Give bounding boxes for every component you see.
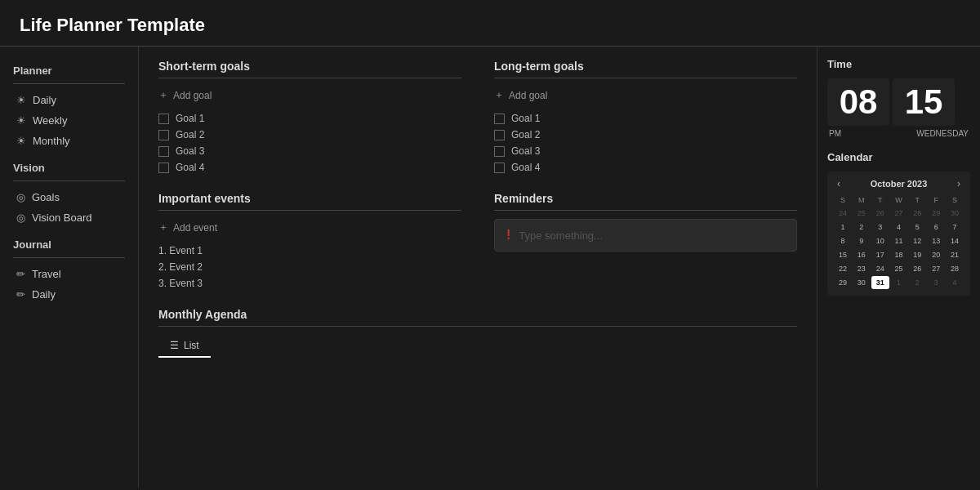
checkbox-long-2[interactable] bbox=[494, 130, 505, 140]
clock-day: WEDNESDAY bbox=[916, 129, 969, 138]
long-goal-3: Goal 3 bbox=[494, 143, 797, 159]
cal-day[interactable]: 20 bbox=[927, 248, 945, 261]
sidebar-item-journal-daily[interactable]: ✏ Daily bbox=[13, 285, 125, 304]
cal-day[interactable]: 23 bbox=[853, 262, 871, 275]
checkbox-short-3[interactable] bbox=[158, 146, 169, 157]
content-area: Short-term goals ＋ Add goal Goal 1 Goal … bbox=[139, 47, 817, 488]
short-goal-1: Goal 1 bbox=[158, 110, 461, 127]
right-panel: Time 08 15 PM WEDNESDAY Calendar ‹ Octob… bbox=[817, 47, 980, 488]
plus-icon-long: ＋ bbox=[494, 88, 504, 102]
cal-day-header: S bbox=[834, 194, 852, 206]
sidebar-item-visionboard[interactable]: ◎ Vision Board bbox=[13, 208, 125, 227]
cal-day[interactable]: 7 bbox=[946, 220, 964, 234]
cal-day-header: W bbox=[890, 194, 908, 206]
agenda-tabs: ☰ List bbox=[158, 335, 797, 358]
short-term-goals-section: Short-term goals ＋ Add goal Goal 1 Goal … bbox=[158, 60, 461, 176]
sidebar-travel-label: Travel bbox=[32, 268, 61, 280]
cal-day[interactable]: 12 bbox=[908, 234, 926, 247]
event-3: 3. Event 3 bbox=[158, 275, 461, 292]
clock-display: 08 15 bbox=[827, 78, 970, 126]
checkbox-long-1[interactable] bbox=[494, 114, 505, 124]
cal-day[interactable]: 29 bbox=[834, 276, 852, 289]
cal-day[interactable]: 25 bbox=[853, 207, 871, 220]
short-goal-4: Goal 4 bbox=[158, 159, 461, 176]
cal-day[interactable]: 28 bbox=[908, 207, 926, 220]
clock-meta: PM WEDNESDAY bbox=[827, 129, 970, 138]
cal-day[interactable]: 22 bbox=[834, 262, 852, 275]
cal-day[interactable]: 3 bbox=[871, 220, 889, 234]
cal-day[interactable]: 9 bbox=[853, 234, 871, 247]
clock-period: PM bbox=[829, 129, 841, 138]
cal-day[interactable]: 1 bbox=[834, 220, 852, 234]
sidebar-planner-label: Planner bbox=[13, 65, 125, 77]
sidebar-item-monthly[interactable]: ☀ Monthly bbox=[13, 131, 125, 150]
cal-day[interactable]: 28 bbox=[946, 262, 964, 275]
add-long-goal-button[interactable]: ＋ Add goal bbox=[494, 87, 797, 104]
cal-day[interactable]: 15 bbox=[834, 248, 852, 261]
reminders-title: Reminders bbox=[494, 192, 797, 211]
cal-day[interactable]: 11 bbox=[890, 234, 908, 247]
long-goal-1: Goal 1 bbox=[494, 110, 797, 127]
cal-day[interactable]: 2 bbox=[853, 220, 871, 234]
important-events-title: Important events bbox=[158, 192, 461, 211]
cal-day[interactable]: 18 bbox=[890, 248, 908, 261]
cal-day[interactable]: 16 bbox=[853, 248, 871, 261]
cal-day[interactable]: 10 bbox=[871, 234, 889, 247]
cal-prev-button[interactable]: ‹ bbox=[834, 178, 844, 189]
sidebar-journal-daily-label: Daily bbox=[32, 288, 56, 301]
cal-day[interactable]: 30 bbox=[853, 276, 871, 289]
sun-icon-daily: ☀ bbox=[16, 94, 26, 106]
cal-day[interactable]: 8 bbox=[834, 234, 852, 247]
checkbox-short-2[interactable] bbox=[158, 130, 169, 140]
cal-day[interactable]: 27 bbox=[890, 207, 908, 220]
cal-day[interactable]: 13 bbox=[927, 234, 945, 247]
sidebar-journal-label: Journal bbox=[13, 238, 125, 251]
checkbox-short-1[interactable] bbox=[158, 114, 169, 124]
cal-day[interactable]: 27 bbox=[927, 262, 945, 275]
cal-day[interactable]: 24 bbox=[871, 262, 889, 275]
cal-day[interactable]: 26 bbox=[908, 262, 926, 275]
sun-icon-weekly: ☀ bbox=[16, 114, 26, 127]
page-title: Life Planner Template bbox=[20, 15, 960, 36]
time-title: Time bbox=[827, 58, 970, 70]
calendar-wrap: ‹ October 2023 › SMTWTFS2425262728293012… bbox=[827, 172, 970, 296]
event-2: 2. Event 2 bbox=[158, 259, 461, 275]
checkbox-long-4[interactable] bbox=[494, 163, 505, 173]
reminder-input-area[interactable]: ! Type something... bbox=[494, 219, 797, 252]
cal-day[interactable]: 4 bbox=[890, 220, 908, 234]
sidebar-divider-3 bbox=[13, 257, 125, 258]
monthly-agenda-title: Monthly Agenda bbox=[158, 308, 797, 327]
cal-next-button[interactable]: › bbox=[954, 178, 964, 189]
sidebar-item-weekly[interactable]: ☀ Weekly bbox=[13, 111, 125, 130]
add-event-button[interactable]: ＋ Add event bbox=[158, 219, 461, 236]
target-icon-goals: ◎ bbox=[16, 191, 25, 203]
sidebar-item-goals[interactable]: ◎ Goals bbox=[13, 188, 125, 207]
cal-day[interactable]: 4 bbox=[946, 276, 964, 289]
cal-day[interactable]: 31 bbox=[871, 276, 889, 289]
cal-day[interactable]: 3 bbox=[927, 276, 945, 289]
cal-day[interactable]: 5 bbox=[908, 220, 926, 234]
cal-day[interactable]: 30 bbox=[946, 207, 964, 220]
reminder-placeholder: Type something... bbox=[519, 229, 603, 242]
cal-day[interactable]: 25 bbox=[890, 262, 908, 275]
sidebar-goals-label: Goals bbox=[32, 191, 60, 203]
sidebar-item-travel[interactable]: ✏ Travel bbox=[13, 265, 125, 283]
cal-day[interactable]: 26 bbox=[871, 207, 889, 220]
cal-day[interactable]: 6 bbox=[927, 220, 945, 234]
cal-day[interactable]: 24 bbox=[834, 207, 852, 220]
cal-day[interactable]: 14 bbox=[946, 234, 964, 247]
pencil-icon-travel: ✏ bbox=[16, 268, 25, 280]
cal-day[interactable]: 17 bbox=[871, 248, 889, 261]
cal-day[interactable]: 2 bbox=[908, 276, 926, 289]
checkbox-short-4[interactable] bbox=[158, 163, 169, 173]
cal-day[interactable]: 21 bbox=[946, 248, 964, 261]
add-short-goal-button[interactable]: ＋ Add goal bbox=[158, 87, 461, 104]
agenda-tab-list[interactable]: ☰ List bbox=[158, 335, 211, 358]
cal-day[interactable]: 29 bbox=[927, 207, 945, 220]
cal-day[interactable]: 19 bbox=[908, 248, 926, 261]
cal-day[interactable]: 1 bbox=[890, 276, 908, 289]
sidebar-visionboard-label: Vision Board bbox=[32, 212, 91, 224]
important-events-section: Important events ＋ Add event 1. Event 1 … bbox=[158, 192, 461, 292]
checkbox-long-3[interactable] bbox=[494, 146, 505, 157]
sidebar-item-daily[interactable]: ☀ Daily bbox=[13, 91, 125, 109]
